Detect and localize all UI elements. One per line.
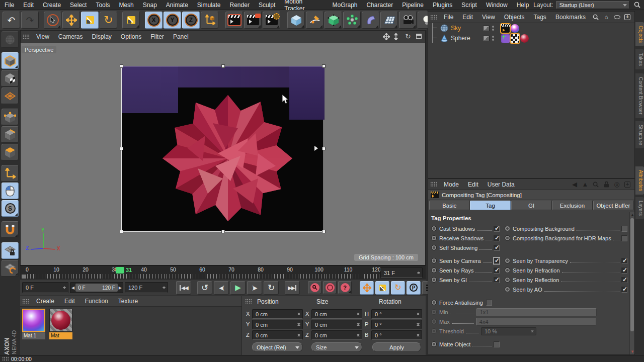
objects-menu-file[interactable]: File — [439, 14, 458, 21]
panel-grip-icon[interactable] — [430, 182, 437, 187]
filter-icon[interactable] — [613, 14, 620, 21]
make-editable-button[interactable] — [2, 31, 19, 48]
render-settings-button[interactable] — [263, 12, 280, 29]
menu-file[interactable]: File — [0, 2, 19, 9]
keyframe-dot[interactable] — [431, 245, 437, 250]
menu-mograph[interactable]: MoGraph — [328, 2, 362, 9]
min-dropdown[interactable]: 1x1 — [476, 308, 597, 316]
layer-chip[interactable] — [483, 26, 490, 31]
cast-shadows-checkbox[interactable] — [494, 226, 500, 232]
keyframe-dot[interactable] — [431, 258, 437, 263]
rotation-b-field[interactable]: 0 ° — [371, 330, 422, 340]
keyframe-dot[interactable] — [505, 226, 510, 231]
polygons-mode-button[interactable] — [2, 144, 19, 160]
size-z-field[interactable]: 0 cm — [311, 330, 362, 340]
keyframe-dot[interactable] — [431, 341, 437, 347]
selection-handle[interactable] — [221, 230, 225, 233]
goto-next-key-button[interactable]: ↻ — [264, 281, 279, 295]
viewport-solo-button[interactable] — [2, 183, 19, 199]
selection-handle[interactable] — [221, 64, 225, 68]
range-end-field[interactable]: 120 F — [125, 282, 168, 293]
coordinate-system-button[interactable] — [201, 12, 218, 29]
goto-prev-frame-button[interactable]: ◀( — [214, 281, 229, 295]
attr-menu-edit[interactable]: Edit — [463, 181, 483, 188]
attr-menu-userdata[interactable]: User Data — [483, 181, 519, 188]
render-picture-viewer-button[interactable] — [244, 12, 262, 29]
points-mode-button[interactable] — [2, 109, 19, 125]
keyframe-options-button[interactable]: ? — [338, 281, 352, 294]
model-mode-button[interactable] — [2, 52, 19, 69]
side-tab-objects[interactable]: Objects — [635, 22, 644, 46]
target-icon[interactable]: ◎ — [613, 181, 620, 188]
viewport-menu-options[interactable]: Options — [116, 33, 146, 40]
lock-x-axis-button[interactable]: X — [145, 12, 163, 29]
material-thumbnail[interactable] — [22, 309, 45, 332]
side-tab-content-browser[interactable]: Content Browser — [635, 73, 644, 118]
rotate-tool[interactable]: ↻ — [100, 12, 117, 29]
panel-grip-icon[interactable] — [245, 299, 252, 304]
last-used-tool[interactable] — [122, 12, 140, 29]
seen-by-ao-checkbox[interactable] — [621, 287, 627, 293]
tab-object-buffer[interactable]: Object Buffer — [593, 201, 633, 210]
lock-workplane-button[interactable] — [2, 242, 19, 259]
keyframe-dot[interactable] — [431, 300, 437, 305]
sky-material-tag-icon[interactable] — [511, 24, 519, 33]
viewport-menu-view[interactable]: View — [32, 33, 54, 40]
scroll-down-icon[interactable]: ▼ — [630, 349, 634, 354]
attr-menu-mode[interactable]: Mode — [439, 181, 463, 188]
current-frame-field[interactable]: 31 F — [380, 267, 423, 278]
polygon-sphere-object[interactable] — [157, 85, 298, 231]
material-menu-create[interactable]: Create — [31, 298, 59, 305]
search-icon[interactable] — [592, 14, 599, 21]
rotation-h-field[interactable]: 0 ° — [371, 309, 422, 319]
timeline-playhead[interactable] — [116, 267, 124, 274]
add-spline-button[interactable] — [306, 12, 324, 29]
add-cube-button[interactable] — [287, 12, 305, 29]
menu-animate[interactable]: Animate — [162, 2, 193, 9]
seen-by-camera-checkbox[interactable] — [494, 258, 500, 264]
texture-tag-icon[interactable] — [511, 34, 519, 43]
viewport-menu-display[interactable]: Display — [87, 33, 116, 40]
viewport-menu-cameras[interactable]: Cameras — [54, 33, 88, 40]
key-parameter-toggle[interactable]: P — [407, 281, 421, 295]
panel-grip-icon[interactable] — [430, 15, 437, 20]
move-tool[interactable] — [62, 12, 80, 29]
apply-button[interactable]: Apply — [372, 342, 421, 352]
menu-pipeline[interactable]: Pipeline — [397, 2, 428, 9]
rotation-p-field[interactable]: 0 ° — [371, 320, 422, 329]
workplane-mode-button[interactable] — [2, 87, 19, 104]
undo-button[interactable]: ↶ — [3, 12, 20, 29]
history-up-icon[interactable]: ▲ — [582, 181, 589, 188]
goto-next-frame-button[interactable]: )▶ — [247, 281, 262, 295]
menu-tools[interactable]: Tools — [91, 2, 114, 9]
phong-tag-icon[interactable] — [501, 34, 510, 43]
scale-tool[interactable] — [81, 12, 99, 29]
key-rotation-toggle[interactable]: ↻ — [391, 281, 405, 295]
mograph-cloner-button[interactable] — [343, 12, 361, 29]
sky-object-icon[interactable] — [440, 24, 448, 32]
menu-sculpt[interactable]: Sculpt — [254, 2, 280, 9]
history-back-icon[interactable]: ◀ — [571, 181, 578, 188]
coordinate-mode-dropdown[interactable]: Object (Rel) — [252, 342, 303, 352]
seen-by-refraction-checkbox[interactable] — [621, 267, 627, 274]
material-menu-function[interactable]: Function — [80, 298, 113, 305]
max-dropdown[interactable]: 4x4 — [476, 318, 596, 326]
menu-window[interactable]: Window — [481, 2, 512, 9]
selection-handle[interactable] — [322, 147, 326, 150]
menu-snap[interactable]: Snap — [138, 2, 162, 9]
layout-select[interactable]: Startup (User) — [556, 1, 629, 9]
add-panel-icon[interactable]: + — [624, 14, 631, 21]
lock-y-axis-button[interactable]: Y — [164, 12, 181, 29]
sphere-object-icon[interactable] — [440, 34, 448, 42]
enable-snap-button[interactable] — [2, 221, 19, 238]
material-item[interactable]: Mat — [49, 309, 74, 339]
texture-mode-button[interactable] — [2, 70, 19, 86]
keyframe-dot[interactable] — [431, 277, 437, 283]
scroll-up-icon[interactable]: ▲ — [630, 213, 634, 217]
add-panel-icon[interactable]: + — [624, 181, 631, 188]
viewport-menu-panel[interactable]: Panel — [169, 33, 193, 40]
timeline-ruler[interactable]: 0 10 20 30 40 50 60 70 80 90 100 110 120… — [20, 265, 426, 280]
position-z-field[interactable]: 0 cm — [252, 330, 303, 340]
attributes-scrollbar[interactable]: ▲ ▼ — [629, 212, 634, 354]
self-shadowing-checkbox[interactable] — [494, 245, 500, 251]
